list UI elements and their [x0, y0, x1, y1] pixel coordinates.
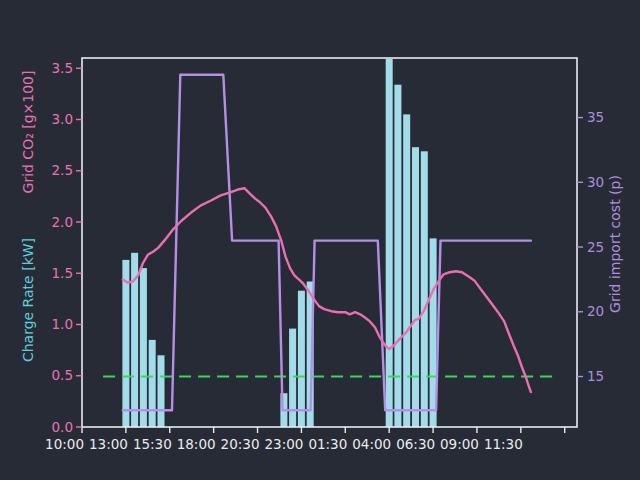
left-y-tick-label: 3.5 [52, 60, 73, 76]
right-y-tick-label: 15 [587, 368, 604, 384]
charge-rate-bar [122, 260, 129, 427]
x-tick-label: 11:30 [484, 436, 523, 452]
x-tick-label: 06:30 [396, 436, 435, 452]
charge-rate-bar [289, 329, 296, 427]
charge-rate-bar [140, 268, 147, 427]
charge-rate-bar [421, 151, 428, 427]
x-tick-label: 20:30 [221, 436, 260, 452]
x-tick-label: 04:00 [352, 436, 391, 452]
left-y-tick-label: 1.5 [52, 265, 73, 281]
left-y-tick-label: 0.5 [52, 367, 73, 383]
left-axis-title-co2: Grid CO₂ [g×100] [20, 71, 36, 194]
x-tick-label: 18:00 [177, 436, 216, 452]
chart-figure: 10:0013:0015:3018:0020:3023:0001:3004:00… [0, 0, 640, 480]
charge-rate-bar [386, 59, 393, 427]
right-y-tick-label: 20 [587, 303, 604, 319]
left-axis-title-charge-rate: Charge Rate [kW] [20, 238, 36, 362]
charge-rate-bar [412, 147, 419, 427]
left-y-tick-label: 3.0 [52, 111, 73, 127]
charge-rate-bar [298, 291, 305, 427]
left-y-tick-label: 2.5 [52, 162, 73, 178]
charge-rate-bar [149, 340, 156, 427]
x-tick-label: 23:00 [264, 436, 303, 452]
x-tick-label: 09:00 [440, 436, 479, 452]
right-y-tick-label: 25 [587, 239, 604, 255]
x-tick-label: 10:00 [45, 436, 84, 452]
x-tick-label: 13:00 [89, 436, 128, 452]
x-tick-label: 01:30 [308, 436, 347, 452]
chart-canvas: 10:0013:0015:3018:0020:3023:0001:3004:00… [0, 0, 640, 480]
left-y-tick-label: 0.0 [52, 419, 73, 435]
right-y-tick-label: 30 [587, 174, 604, 190]
right-y-tick-label: 35 [587, 109, 604, 125]
charge-rate-bar [158, 355, 165, 427]
left-y-tick-label: 1.0 [52, 316, 73, 332]
right-axis-title-import-cost: Grid import cost (p) [607, 175, 623, 313]
x-tick-label: 15:30 [133, 436, 172, 452]
charge-rate-bar [403, 114, 410, 427]
left-y-tick-label: 2.0 [52, 214, 73, 230]
